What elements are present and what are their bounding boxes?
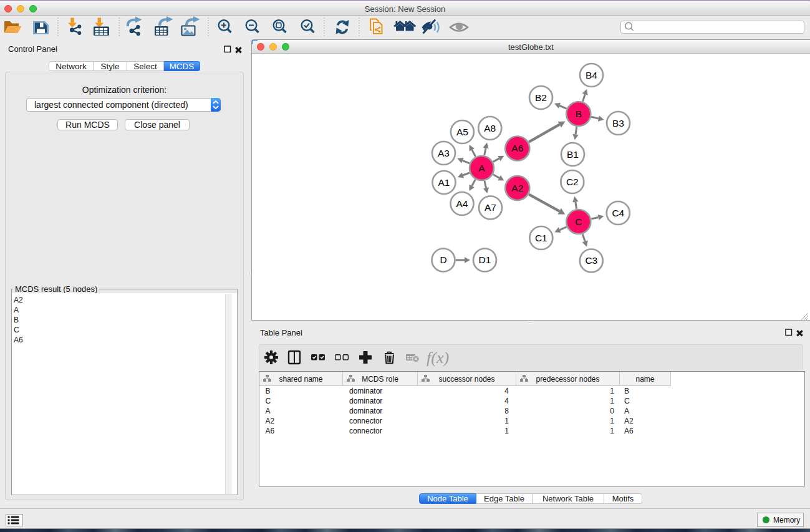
svg-text:C3: C3 (585, 255, 597, 266)
svg-text:A5: A5 (456, 127, 468, 137)
svg-text:A3: A3 (438, 148, 450, 158)
svg-text:C: C (575, 216, 582, 227)
svg-text:B4: B4 (586, 70, 597, 80)
svg-text:D1: D1 (479, 254, 491, 265)
svg-text:A6: A6 (511, 143, 523, 153)
svg-text:A7: A7 (485, 202, 496, 213)
svg-text:B3: B3 (612, 118, 624, 128)
svg-text:A4: A4 (456, 198, 468, 209)
svg-text:C4: C4 (612, 208, 624, 218)
svg-text:C2: C2 (566, 177, 579, 187)
svg-text:A8: A8 (484, 123, 496, 133)
svg-text:B2: B2 (535, 92, 547, 103)
svg-text:A: A (478, 163, 485, 173)
svg-text:B: B (576, 109, 582, 119)
svg-text:A1: A1 (438, 177, 450, 188)
svg-text:f(x): f(x) (427, 349, 449, 367)
svg-text:B1: B1 (567, 149, 579, 160)
svg-text:D: D (440, 254, 446, 265)
svg-text:A2: A2 (511, 183, 523, 193)
svg-text:C1: C1 (535, 233, 547, 243)
